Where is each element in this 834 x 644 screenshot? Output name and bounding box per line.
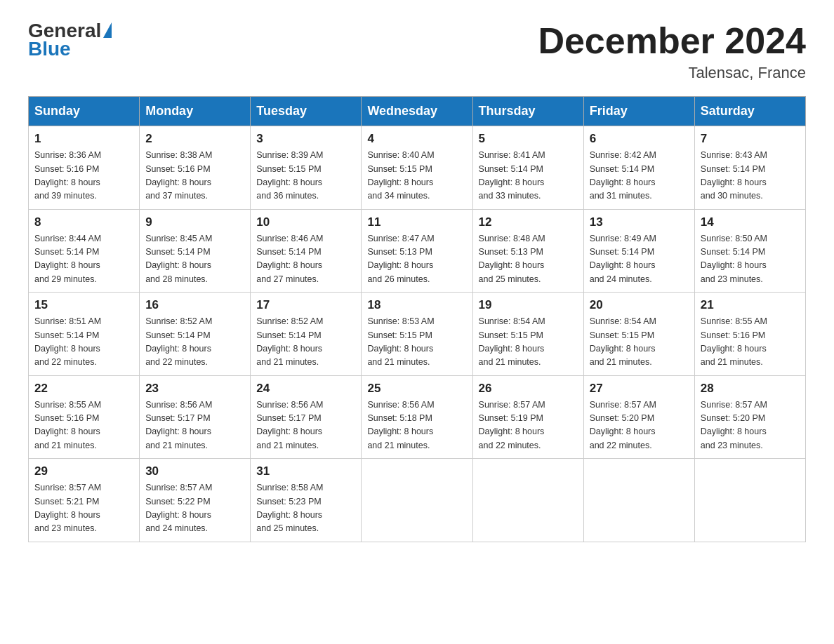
table-row: 13 Sunrise: 8:49 AM Sunset: 5:14 PM Dayl… <box>583 209 694 293</box>
col-thursday: Thursday <box>472 97 583 126</box>
day-number: 2 <box>145 132 244 146</box>
table-row: 10 Sunrise: 8:46 AM Sunset: 5:14 PM Dayl… <box>251 209 362 293</box>
col-friday: Friday <box>583 97 694 126</box>
col-saturday: Saturday <box>694 97 805 126</box>
calendar-table: Sunday Monday Tuesday Wednesday Thursday… <box>28 96 806 542</box>
day-info: Sunrise: 8:38 AM Sunset: 5:16 PM Dayligh… <box>145 149 244 203</box>
table-row: 15 Sunrise: 8:51 AM Sunset: 5:14 PM Dayl… <box>29 293 140 376</box>
table-row: 27 Sunrise: 8:57 AM Sunset: 5:20 PM Dayl… <box>583 375 694 459</box>
table-row: 31 Sunrise: 8:58 AM Sunset: 5:23 PM Dayl… <box>251 459 362 542</box>
table-row: 2 Sunrise: 8:38 AM Sunset: 5:16 PM Dayli… <box>140 126 251 210</box>
table-row: 9 Sunrise: 8:45 AM Sunset: 5:14 PM Dayli… <box>140 209 251 293</box>
calendar-week-row: 8 Sunrise: 8:44 AM Sunset: 5:14 PM Dayli… <box>29 209 806 293</box>
table-row: 7 Sunrise: 8:43 AM Sunset: 5:14 PM Dayli… <box>694 126 805 210</box>
day-number: 8 <box>34 215 133 229</box>
table-row: 25 Sunrise: 8:56 AM Sunset: 5:18 PM Dayl… <box>362 375 472 459</box>
table-row: 16 Sunrise: 8:52 AM Sunset: 5:14 PM Dayl… <box>140 293 251 376</box>
day-number: 12 <box>479 215 578 229</box>
day-number: 30 <box>145 464 244 478</box>
table-row: 18 Sunrise: 8:53 AM Sunset: 5:15 PM Dayl… <box>362 293 472 376</box>
day-info: Sunrise: 8:46 AM Sunset: 5:14 PM Dayligh… <box>256 232 355 287</box>
day-info: Sunrise: 8:36 AM Sunset: 5:16 PM Dayligh… <box>34 149 133 203</box>
table-row: 14 Sunrise: 8:50 AM Sunset: 5:14 PM Dayl… <box>694 209 805 293</box>
day-number: 10 <box>256 215 355 229</box>
logo-blue: Blue <box>28 38 71 60</box>
day-info: Sunrise: 8:41 AM Sunset: 5:14 PM Dayligh… <box>479 149 578 203</box>
day-info: Sunrise: 8:47 AM Sunset: 5:13 PM Dayligh… <box>367 232 466 287</box>
table-row: 23 Sunrise: 8:56 AM Sunset: 5:17 PM Dayl… <box>140 375 251 459</box>
day-number: 16 <box>145 298 244 312</box>
day-number: 28 <box>701 382 800 396</box>
day-number: 29 <box>34 464 133 478</box>
title-section: December 2024 Talensac, France <box>538 21 806 82</box>
table-row: 24 Sunrise: 8:56 AM Sunset: 5:17 PM Dayl… <box>251 375 362 459</box>
day-number: 3 <box>256 132 355 146</box>
day-info: Sunrise: 8:57 AM Sunset: 5:19 PM Dayligh… <box>479 398 578 453</box>
table-row <box>472 459 583 542</box>
day-info: Sunrise: 8:58 AM Sunset: 5:23 PM Dayligh… <box>256 481 355 536</box>
day-number: 20 <box>590 298 689 312</box>
location: Talensac, France <box>538 64 806 82</box>
day-number: 27 <box>590 382 689 396</box>
day-info: Sunrise: 8:52 AM Sunset: 5:14 PM Dayligh… <box>145 315 244 370</box>
day-info: Sunrise: 8:56 AM Sunset: 5:18 PM Dayligh… <box>367 398 466 453</box>
calendar-week-row: 29 Sunrise: 8:57 AM Sunset: 5:21 PM Dayl… <box>29 459 806 542</box>
calendar-week-row: 1 Sunrise: 8:36 AM Sunset: 5:16 PM Dayli… <box>29 126 806 210</box>
table-row: 6 Sunrise: 8:42 AM Sunset: 5:14 PM Dayli… <box>583 126 694 210</box>
table-row: 26 Sunrise: 8:57 AM Sunset: 5:19 PM Dayl… <box>472 375 583 459</box>
table-row <box>583 459 694 542</box>
day-info: Sunrise: 8:51 AM Sunset: 5:14 PM Dayligh… <box>34 315 133 370</box>
calendar-week-row: 22 Sunrise: 8:55 AM Sunset: 5:16 PM Dayl… <box>29 375 806 459</box>
day-info: Sunrise: 8:57 AM Sunset: 5:22 PM Dayligh… <box>145 481 244 536</box>
day-number: 17 <box>256 298 355 312</box>
day-info: Sunrise: 8:57 AM Sunset: 5:20 PM Dayligh… <box>590 398 689 453</box>
day-info: Sunrise: 8:52 AM Sunset: 5:14 PM Dayligh… <box>256 315 355 370</box>
day-info: Sunrise: 8:49 AM Sunset: 5:14 PM Dayligh… <box>590 232 689 287</box>
day-number: 6 <box>590 132 689 146</box>
table-row <box>362 459 472 542</box>
day-number: 9 <box>145 215 244 229</box>
day-info: Sunrise: 8:57 AM Sunset: 5:20 PM Dayligh… <box>701 398 800 453</box>
day-info: Sunrise: 8:42 AM Sunset: 5:14 PM Dayligh… <box>590 149 689 203</box>
day-number: 19 <box>479 298 578 312</box>
day-number: 25 <box>367 382 466 396</box>
day-info: Sunrise: 8:39 AM Sunset: 5:15 PM Dayligh… <box>256 149 355 203</box>
day-info: Sunrise: 8:54 AM Sunset: 5:15 PM Dayligh… <box>479 315 578 370</box>
day-info: Sunrise: 8:56 AM Sunset: 5:17 PM Dayligh… <box>145 398 244 453</box>
day-number: 14 <box>701 215 800 229</box>
day-number: 22 <box>34 382 133 396</box>
logo: General Blue <box>28 21 112 60</box>
day-number: 26 <box>479 382 578 396</box>
day-number: 4 <box>367 132 466 146</box>
logo-triangle-icon <box>103 22 112 38</box>
table-row: 21 Sunrise: 8:55 AM Sunset: 5:16 PM Dayl… <box>694 293 805 376</box>
day-number: 23 <box>145 382 244 396</box>
day-number: 21 <box>701 298 800 312</box>
table-row: 3 Sunrise: 8:39 AM Sunset: 5:15 PM Dayli… <box>251 126 362 210</box>
day-info: Sunrise: 8:50 AM Sunset: 5:14 PM Dayligh… <box>701 232 800 287</box>
day-info: Sunrise: 8:56 AM Sunset: 5:17 PM Dayligh… <box>256 398 355 453</box>
day-info: Sunrise: 8:54 AM Sunset: 5:15 PM Dayligh… <box>590 315 689 370</box>
day-number: 24 <box>256 382 355 396</box>
day-info: Sunrise: 8:55 AM Sunset: 5:16 PM Dayligh… <box>34 398 133 453</box>
table-row <box>694 459 805 542</box>
day-number: 11 <box>367 215 466 229</box>
day-number: 1 <box>34 132 133 146</box>
col-monday: Monday <box>140 97 251 126</box>
day-info: Sunrise: 8:48 AM Sunset: 5:13 PM Dayligh… <box>479 232 578 287</box>
table-row: 5 Sunrise: 8:41 AM Sunset: 5:14 PM Dayli… <box>472 126 583 210</box>
day-info: Sunrise: 8:55 AM Sunset: 5:16 PM Dayligh… <box>701 315 800 370</box>
calendar-week-row: 15 Sunrise: 8:51 AM Sunset: 5:14 PM Dayl… <box>29 293 806 376</box>
day-number: 15 <box>34 298 133 312</box>
page-header: General Blue December 2024 Talensac, Fra… <box>28 21 806 82</box>
day-info: Sunrise: 8:40 AM Sunset: 5:15 PM Dayligh… <box>367 149 466 203</box>
table-row: 8 Sunrise: 8:44 AM Sunset: 5:14 PM Dayli… <box>29 209 140 293</box>
table-row: 1 Sunrise: 8:36 AM Sunset: 5:16 PM Dayli… <box>29 126 140 210</box>
table-row: 19 Sunrise: 8:54 AM Sunset: 5:15 PM Dayl… <box>472 293 583 376</box>
day-number: 7 <box>701 132 800 146</box>
day-info: Sunrise: 8:43 AM Sunset: 5:14 PM Dayligh… <box>701 149 800 203</box>
table-row: 11 Sunrise: 8:47 AM Sunset: 5:13 PM Dayl… <box>362 209 472 293</box>
col-wednesday: Wednesday <box>362 97 472 126</box>
calendar-header-row: Sunday Monday Tuesday Wednesday Thursday… <box>29 97 806 126</box>
table-row: 30 Sunrise: 8:57 AM Sunset: 5:22 PM Dayl… <box>140 459 251 542</box>
